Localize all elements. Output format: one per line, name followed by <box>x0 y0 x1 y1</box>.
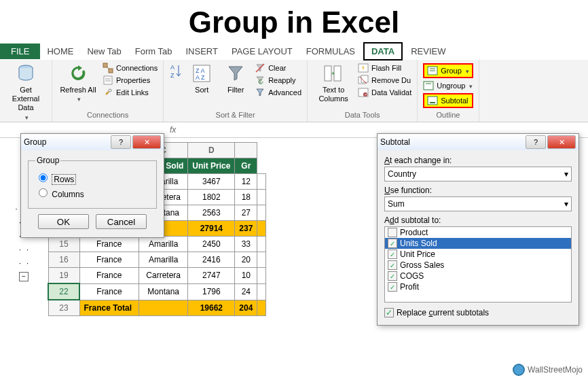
tab-data[interactable]: DATA <box>363 42 403 61</box>
logo-icon <box>513 364 525 376</box>
cell[interactable]: 24 <box>235 283 257 300</box>
cell[interactable] <box>257 237 266 252</box>
help-button[interactable]: ? <box>526 135 546 149</box>
remove-duplicates-button[interactable]: Remove Du <box>358 75 411 86</box>
svg-text:A Z: A Z <box>196 74 205 81</box>
row-header[interactable]: 15 <box>48 237 79 252</box>
data-validation-button[interactable]: Data Validat <box>358 87 411 98</box>
row-header[interactable]: 16 <box>48 252 79 268</box>
cell[interactable] <box>257 252 266 268</box>
checkbox-icon: ✓ <box>388 282 397 292</box>
refresh-all-button[interactable]: Refresh All <box>58 63 98 103</box>
tab-newtab[interactable]: New Tab <box>80 44 128 59</box>
remove-duplicates-icon <box>358 75 369 86</box>
cell[interactable] <box>257 268 266 284</box>
text-to-columns-button[interactable]: Text to Columns <box>313 63 354 103</box>
reapply-button[interactable]: Reapply <box>255 75 301 86</box>
at-each-change-select[interactable]: Country▾ <box>384 167 572 182</box>
subtotal-button[interactable]: Subtotal <box>423 93 473 108</box>
cell[interactable]: 2450 <box>188 237 235 252</box>
cell[interactable]: 1802 <box>188 190 235 205</box>
cell[interactable]: 19662 <box>188 300 235 316</box>
row-header[interactable]: 23 <box>48 300 79 316</box>
list-item[interactable]: ✓COGS <box>385 271 571 281</box>
cell[interactable]: 33 <box>235 237 257 252</box>
group-button[interactable]: Group <box>423 63 473 78</box>
cancel-button[interactable]: Cancel <box>96 214 147 229</box>
col-letter[interactable] <box>235 143 257 158</box>
tab-file[interactable]: FILE <box>0 44 40 59</box>
edit-links-button[interactable]: Edit Links <box>103 87 158 98</box>
cell[interactable]: 1796 <box>188 283 235 300</box>
cell[interactable]: 18 <box>235 190 257 205</box>
tab-review[interactable]: REVIEW <box>404 44 452 59</box>
row-header[interactable]: 19 <box>48 268 79 284</box>
cell[interactable]: France Total <box>79 300 139 316</box>
cell[interactable]: 20 <box>235 252 257 268</box>
tab-insert[interactable]: INSERT <box>179 44 224 59</box>
list-item[interactable]: ✓Profit <box>385 281 571 292</box>
cell[interactable]: 27914 <box>188 221 235 237</box>
add-subtotal-listbox[interactable]: Product✓Units Sold✓Unit Price✓Gross Sale… <box>384 226 572 303</box>
get-external-data-label: Get External Data <box>5 86 46 113</box>
cell[interactable]: 3467 <box>188 174 235 190</box>
list-item[interactable]: ✓Unit Price <box>385 249 571 260</box>
list-item[interactable]: Product <box>385 227 571 238</box>
cell[interactable]: 204 <box>235 300 257 316</box>
collapse-icon[interactable]: − <box>19 272 29 281</box>
flash-fill-button[interactable]: Flash Fill <box>358 63 411 73</box>
cell[interactable]: France <box>79 283 139 300</box>
list-item[interactable]: ✓Units Sold <box>385 238 571 249</box>
replace-subtotals-checkbox[interactable]: ✓ Replace current subtotals <box>384 308 572 317</box>
cell[interactable]: 237 <box>235 221 257 237</box>
sort-button[interactable]: Z AA Z Sort <box>187 63 217 94</box>
cell[interactable]: 12 <box>235 174 257 190</box>
cell[interactable] <box>257 190 266 205</box>
cell[interactable] <box>139 300 187 316</box>
close-button[interactable]: ✕ <box>132 135 161 149</box>
cell[interactable] <box>257 205 266 221</box>
properties-button[interactable]: Properties <box>103 75 158 86</box>
clear-button[interactable]: Clear <box>255 63 301 73</box>
cell[interactable]: 27 <box>235 205 257 221</box>
ungroup-icon <box>423 80 434 91</box>
columns-radio[interactable]: Columns <box>35 186 149 199</box>
cell[interactable]: France <box>79 237 139 252</box>
row-header[interactable]: 22 <box>48 283 79 300</box>
use-function-select[interactable]: Sum▾ <box>384 196 572 211</box>
help-button[interactable]: ? <box>111 135 131 149</box>
advanced-button[interactable]: Advanced <box>255 87 301 98</box>
tab-formtab[interactable]: Form Tab <box>128 44 179 59</box>
cell[interactable]: Amarilla <box>139 252 187 268</box>
cell[interactable] <box>257 221 266 237</box>
list-item[interactable]: ✓Gross Sales <box>385 260 571 271</box>
cell[interactable]: 2747 <box>188 268 235 284</box>
cell[interactable] <box>257 174 266 190</box>
tab-home[interactable]: HOME <box>40 44 80 59</box>
cell[interactable]: 10 <box>235 268 257 284</box>
cell[interactable] <box>257 283 266 300</box>
cell[interactable]: Montana <box>139 283 187 300</box>
filter-icon <box>225 63 246 84</box>
ok-button[interactable]: OK <box>38 214 89 229</box>
cell[interactable]: 2563 <box>188 205 235 221</box>
tab-formulas[interactable]: FORMULAS <box>299 44 362 59</box>
connections-group-label: Connections <box>87 111 128 119</box>
connections-button[interactable]: Connections <box>103 63 158 73</box>
filter-button[interactable]: Filter <box>221 63 251 94</box>
ungroup-button[interactable]: Ungroup <box>423 80 473 91</box>
rows-radio[interactable]: Rows <box>35 171 149 184</box>
close-button[interactable]: ✕ <box>547 135 576 149</box>
cell[interactable] <box>257 300 266 316</box>
col-header: Gr <box>235 158 257 174</box>
cell[interactable]: Amarilla <box>139 237 187 252</box>
sort-az-button[interactable]: AZ <box>169 63 183 82</box>
tab-pagelayout[interactable]: PAGE LAYOUT <box>225 44 299 59</box>
cell[interactable]: Carretera <box>139 268 187 284</box>
cell[interactable]: France <box>79 268 139 284</box>
col-letter[interactable]: D <box>188 143 235 158</box>
cell[interactable]: France <box>79 252 139 268</box>
subtotal-dialog: Subtotal ? ✕ At each change in: Country▾… <box>377 133 579 326</box>
cell[interactable]: 2416 <box>188 252 235 268</box>
get-external-data-button[interactable]: Get External Data <box>5 63 46 122</box>
